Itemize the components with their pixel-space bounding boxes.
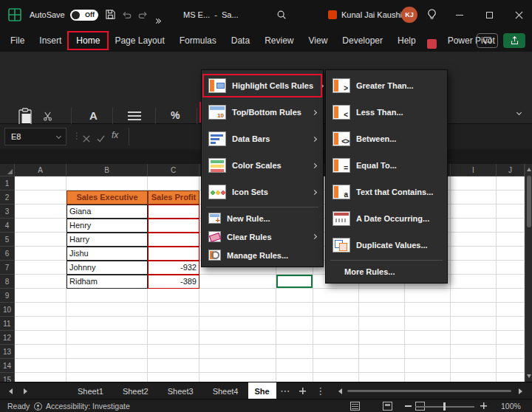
cell-c13[interactable]	[148, 345, 200, 359]
cell-b2[interactable]: Sales Executive	[66, 190, 148, 205]
menu-item-data-bars[interactable]: Data Bars	[202, 126, 323, 152]
cell-b10[interactable]	[66, 303, 148, 317]
cell-i11[interactable]	[451, 317, 497, 331]
cell-j13[interactable]	[497, 345, 525, 359]
hscroll-right-arrow[interactable]	[519, 388, 522, 394]
scroll-up-arrow[interactable]	[527, 168, 531, 171]
cell-b7[interactable]: Johnny	[66, 261, 148, 275]
menu-item-more-rules[interactable]: More Rules...	[326, 262, 447, 281]
cell-i9[interactable]	[451, 289, 497, 303]
column-header-j[interactable]: J	[497, 164, 525, 176]
cell-e15[interactable]	[276, 373, 313, 382]
cell-e9[interactable]	[276, 289, 313, 303]
tab-insert[interactable]: Insert	[32, 30, 69, 52]
column-header-i[interactable]: I	[451, 164, 497, 176]
cut-icon[interactable]	[43, 111, 52, 124]
menu-item-less-than[interactable]: Less Than...	[326, 99, 447, 126]
cancel-icon[interactable]	[83, 132, 90, 145]
row-header-4[interactable]: 4	[0, 219, 15, 233]
zoom-out-icon[interactable]	[405, 405, 412, 407]
column-header-b[interactable]: B	[66, 164, 148, 176]
cell-j9[interactable]	[497, 289, 525, 303]
more-sheets-button[interactable]	[276, 382, 294, 399]
sheet-options-button[interactable]	[312, 382, 330, 399]
zoom-slider[interactable]	[415, 406, 474, 408]
comment-button[interactable]	[477, 33, 498, 48]
sheet-tab-sheet4[interactable]: Sheet4	[203, 382, 248, 399]
cell-a9[interactable]	[15, 289, 66, 303]
vertical-scrollbar[interactable]	[525, 164, 532, 382]
cell-i14[interactable]	[451, 359, 497, 373]
cell-c3[interactable]	[148, 205, 200, 219]
menu-item-between[interactable]: Between...	[326, 126, 447, 152]
cell-f10[interactable]	[313, 303, 359, 317]
cell-i2[interactable]	[451, 190, 497, 205]
cell-h15[interactable]	[405, 373, 451, 382]
cell-i5[interactable]	[451, 233, 497, 247]
accessibility-status[interactable]: Accessibility: Investigate	[46, 402, 130, 411]
cell-a15[interactable]	[15, 373, 66, 382]
name-box[interactable]: E8	[4, 128, 66, 145]
enter-icon[interactable]	[97, 132, 105, 145]
cell-h14[interactable]	[405, 359, 451, 373]
cell-b15[interactable]	[66, 373, 148, 382]
cell-a4[interactable]	[15, 219, 66, 233]
row-header-5[interactable]: 5	[0, 233, 15, 247]
cell-b3[interactable]: Giana	[66, 205, 148, 219]
cell-j15[interactable]	[497, 373, 525, 382]
cell-d8[interactable]	[200, 275, 276, 289]
sheet-tab-sheet2[interactable]: Sheet2	[113, 382, 158, 399]
row-header-15[interactable]: 15	[0, 373, 15, 382]
cell-a12[interactable]	[15, 331, 66, 345]
cell-j4[interactable]	[497, 219, 525, 233]
cell-d14[interactable]	[200, 359, 276, 373]
menu-item-clear-rules[interactable]: Clear Rules	[202, 227, 323, 246]
tab-file[interactable]: File	[3, 30, 32, 52]
column-header-a[interactable]: A	[15, 164, 66, 176]
menu-item-new-rule[interactable]: New Rule...	[202, 209, 323, 227]
save-icon[interactable]	[105, 9, 116, 23]
ribbon-display-chevron[interactable]	[516, 110, 522, 115]
share-button[interactable]	[503, 33, 525, 48]
scroll-down-arrow[interactable]	[527, 374, 531, 378]
cell-d11[interactable]	[200, 317, 276, 331]
cell-a2[interactable]	[15, 190, 66, 205]
cell-a1[interactable]	[15, 176, 66, 190]
cell-h9[interactable]	[405, 289, 451, 303]
cell-j3[interactable]	[497, 205, 525, 219]
cell-b13[interactable]	[66, 345, 148, 359]
menu-item-top-bottom-rules[interactable]: Top/Bottom Rules	[202, 99, 323, 126]
row-header-2[interactable]: 2	[0, 190, 15, 205]
cell-j11[interactable]	[497, 317, 525, 331]
sheet-tab-active[interactable]: She	[248, 382, 276, 399]
cell-i15[interactable]	[451, 373, 497, 382]
cell-j7[interactable]	[497, 261, 525, 275]
cell-i12[interactable]	[451, 331, 497, 345]
cell-i3[interactable]	[451, 205, 497, 219]
cell-c4[interactable]	[148, 219, 200, 233]
menu-item-manage-rules[interactable]: Manage Rules...	[202, 246, 323, 264]
cell-c15[interactable]	[148, 373, 200, 382]
cell-c9[interactable]	[148, 289, 200, 303]
cell-a6[interactable]	[15, 247, 66, 261]
cell-f9[interactable]	[313, 289, 359, 303]
cell-a13[interactable]	[15, 345, 66, 359]
zoom-in-icon[interactable]	[480, 402, 487, 409]
cell-d15[interactable]	[200, 373, 276, 382]
menu-item-greater-than[interactable]: Greater Than...	[326, 72, 447, 99]
cell-h13[interactable]	[405, 345, 451, 359]
next-sheet-arrow[interactable]	[24, 388, 27, 394]
cell-h11[interactable]	[405, 317, 451, 331]
cell-c8[interactable]: -389	[148, 275, 200, 289]
row-header-14[interactable]: 14	[0, 359, 15, 373]
undo-icon[interactable]	[121, 10, 132, 23]
cell-d12[interactable]	[200, 331, 276, 345]
cell-e8[interactable]	[276, 275, 313, 289]
menu-item-text-that-contains[interactable]: Text that Contains...	[326, 179, 447, 205]
cell-d10[interactable]	[200, 303, 276, 317]
cell-c11[interactable]	[148, 317, 200, 331]
cell-i4[interactable]	[451, 219, 497, 233]
function-icon[interactable]: fx	[112, 130, 118, 140]
cell-b12[interactable]	[66, 331, 148, 345]
cell-g9[interactable]	[359, 289, 405, 303]
